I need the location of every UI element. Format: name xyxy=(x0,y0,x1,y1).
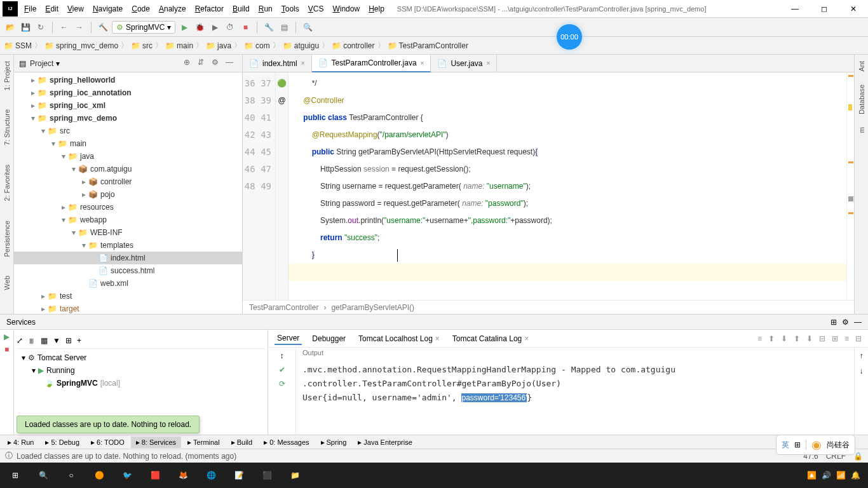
tree-node[interactable]: ▸📁spring_ioc_annotation xyxy=(14,86,242,99)
bottom-tab[interactable]: ▸8: Services xyxy=(131,437,181,448)
system-tray[interactable]: 🔼🔊📶🔔 xyxy=(807,471,865,480)
info-icon[interactable]: ⓘ xyxy=(5,451,13,461)
intellij-icon[interactable]: ⬛ xyxy=(254,463,280,488)
menu-vcs[interactable]: VCS xyxy=(304,3,328,15)
up-arrow-icon[interactable]: ↑ xyxy=(860,351,864,360)
stop-icon[interactable]: ■ xyxy=(239,21,252,34)
tree-node[interactable]: ▸📁spring_ioc_xml xyxy=(14,99,242,112)
profile-icon[interactable]: ⏱ xyxy=(224,21,236,34)
nav-item[interactable]: 📁src xyxy=(131,41,153,50)
tree-node[interactable]: ▸📁resources xyxy=(14,201,242,214)
tree-node[interactable]: ▸📁target xyxy=(14,302,242,314)
console-output[interactable]: .mvc.method.annotation.RequestMappingHan… xyxy=(296,360,854,435)
menu-file[interactable]: File xyxy=(20,3,40,15)
maximize-button[interactable]: ◻ xyxy=(810,0,839,18)
tree-node[interactable]: ▾📁webapp xyxy=(14,214,242,226)
tree-node[interactable]: ▸📦controller xyxy=(14,175,242,188)
menu-help[interactable]: Help xyxy=(365,3,388,15)
menubar[interactable]: FileEditViewNavigateCodeAnalyzeRefactorB… xyxy=(20,3,388,15)
nav-breadcrumb[interactable]: 📁SSM〉📁spring_mvc_demo〉📁src〉📁main〉📁java〉📁… xyxy=(0,37,868,55)
menu-analyze[interactable]: Analyze xyxy=(155,3,190,15)
editor-tab[interactable]: 📄User.java× xyxy=(431,55,497,72)
bottom-tab[interactable]: ▸Terminal xyxy=(182,437,225,448)
marker-strip[interactable] xyxy=(846,72,854,300)
collapse-icon[interactable]: ⇵ xyxy=(198,58,209,69)
search-icon[interactable]: 🔍 xyxy=(301,21,314,34)
editor-tab[interactable]: 📄index.html× xyxy=(243,55,312,72)
nav-item[interactable]: 📁TestParamController xyxy=(388,41,468,50)
tree-node[interactable]: ▾📦com.atguigu xyxy=(14,163,242,175)
toolbar-icon[interactable]: ⬆ xyxy=(794,334,800,343)
nav-item[interactable]: 📁controller xyxy=(332,41,374,50)
tool-tab[interactable]: Ant xyxy=(858,61,865,72)
chevron-down-icon[interactable]: ▾ xyxy=(56,59,60,68)
tool-tab[interactable]: Web xyxy=(3,276,11,290)
search-icon[interactable]: 🔍 xyxy=(31,463,56,488)
close-button[interactable]: ✕ xyxy=(839,0,868,18)
filter-icon[interactable]: ▼ xyxy=(53,336,60,345)
hide-icon[interactable]: — xyxy=(226,58,237,69)
tree-node[interactable]: ▾📁main xyxy=(14,137,242,150)
nav-item[interactable]: 📁java xyxy=(206,41,231,50)
filter-icon[interactable]: ⫼ xyxy=(28,336,36,345)
firefox-icon[interactable]: 🦊 xyxy=(170,463,196,488)
hide-icon[interactable]: — xyxy=(854,318,862,327)
gear-icon[interactable]: ⊞ xyxy=(831,318,837,327)
breadcrumb-method[interactable]: getParamByServletAPI() xyxy=(331,303,414,312)
reload-icon[interactable]: ⟳ xyxy=(279,379,285,388)
service-tab[interactable]: Server xyxy=(275,332,302,345)
chrome-icon[interactable]: 🌐 xyxy=(198,463,224,488)
down-arrow-icon[interactable]: ↓ xyxy=(860,367,864,376)
bottom-tab[interactable]: ▸5: Debug xyxy=(40,437,85,448)
code-editor[interactable]: */ @Controller public class TestParamCon… xyxy=(288,72,846,300)
tree-node[interactable]: ▸📁test xyxy=(14,290,242,302)
menu-window[interactable]: Window xyxy=(329,3,363,15)
menu-code[interactable]: Code xyxy=(128,3,154,15)
editor-breadcrumb[interactable]: TestParamController › getParamByServletA… xyxy=(243,300,854,314)
gear-icon[interactable]: ⚙ xyxy=(842,318,849,327)
toolbar-icon[interactable]: ⊞ xyxy=(832,334,838,343)
explorer-icon[interactable]: 📁 xyxy=(282,463,308,488)
service-tab[interactable]: Debugger xyxy=(309,333,348,344)
menu-tools[interactable]: Tools xyxy=(278,3,303,15)
project-panel-title[interactable]: Project xyxy=(30,59,53,68)
minimize-button[interactable]: — xyxy=(780,0,810,18)
bottom-tab[interactable]: ▸4: Run xyxy=(3,437,39,448)
right-tool-rail[interactable]: AntDatabasem xyxy=(854,55,868,314)
tree-node[interactable]: ▾📁src xyxy=(14,125,242,137)
save-icon[interactable]: 💾 xyxy=(19,21,32,34)
tool-tab[interactable]: 7: Structure xyxy=(3,109,11,146)
debug-icon[interactable]: 🐞 xyxy=(193,21,206,34)
app-icon[interactable]: 🟠 xyxy=(86,463,112,488)
editor-tab[interactable]: 📄TestParamController.java× xyxy=(312,55,431,72)
toolbar-icon[interactable]: ⬇ xyxy=(781,334,787,343)
app-icon[interactable]: 🐦 xyxy=(114,463,140,488)
service-node[interactable]: ▾⚙Tomcat Server xyxy=(17,351,265,364)
menu-edit[interactable]: Edit xyxy=(41,3,62,15)
tool-tab[interactable]: m xyxy=(858,127,865,133)
toolbar-icon[interactable]: ⬇ xyxy=(806,334,813,343)
toolbar-icon[interactable]: ⊟ xyxy=(855,334,862,343)
forward-icon[interactable]: → xyxy=(73,21,86,34)
toolbar-icon[interactable]: ⬆ xyxy=(768,334,775,343)
add-icon[interactable]: + xyxy=(77,336,81,345)
run-icon[interactable]: ▶ xyxy=(178,21,191,34)
tree-node[interactable]: 📄index.html xyxy=(14,252,242,264)
sync-icon[interactable]: ↻ xyxy=(34,21,47,34)
menu-navigate[interactable]: Navigate xyxy=(89,3,126,15)
left-tool-rail[interactable]: 1: Project7: Structure2: FavoritesPersis… xyxy=(0,55,14,314)
tool-tab[interactable]: 2: Favorites xyxy=(3,165,11,201)
app-icon[interactable]: 🟥 xyxy=(142,463,168,488)
bottom-tab[interactable]: ▸0: Messages xyxy=(259,437,314,448)
stop-icon[interactable]: ■ xyxy=(4,345,9,354)
build-icon[interactable]: 🔨 xyxy=(97,21,109,34)
breadcrumb-class[interactable]: TestParamController xyxy=(249,303,318,312)
coverage-icon[interactable]: ▶ xyxy=(208,21,221,34)
toolbar-icon[interactable]: ≡ xyxy=(844,334,849,343)
tree-node[interactable]: ▾📁spring_mvc_demo xyxy=(14,112,242,125)
nav-item[interactable]: 📁atguigu xyxy=(283,41,319,50)
tree-node[interactable]: ▾📁templates xyxy=(14,239,242,252)
gear-icon[interactable]: ⚙ xyxy=(212,58,223,69)
windows-taskbar[interactable]: ⊞ 🔍 ○ 🟠 🐦 🟥 🦊 🌐 📝 ⬛ 📁 🔼🔊📶🔔 xyxy=(0,463,868,488)
tree-node[interactable]: ▾📁WEB-INF xyxy=(14,226,242,239)
